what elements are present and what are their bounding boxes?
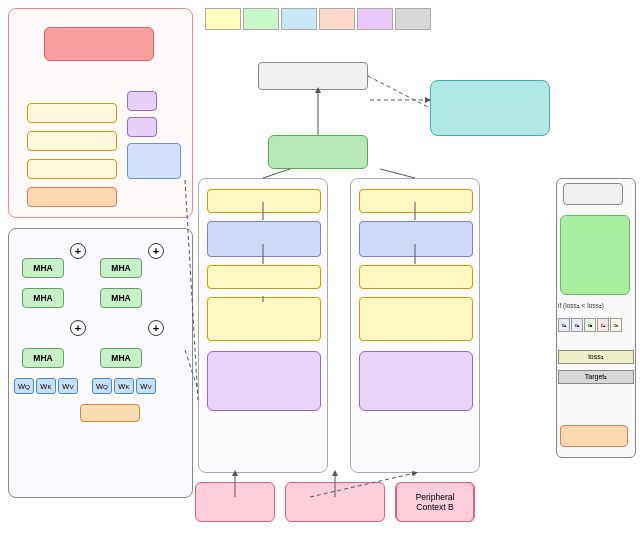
softmax-layer: [258, 62, 368, 90]
legend-item-4: [357, 8, 393, 30]
mha-4: MHA: [100, 258, 142, 278]
gpt2-lm: [560, 215, 630, 295]
peripheral-context-a: [195, 482, 275, 522]
svg-line-3: [380, 169, 415, 178]
spatial-fc2: [127, 117, 157, 137]
gpt2-loss: loss₁: [558, 350, 634, 364]
left-feed-forward: [207, 221, 321, 257]
svg-line-0: [368, 76, 430, 108]
add-circle-4: +: [148, 320, 164, 336]
legend-item-5: [395, 8, 431, 30]
spatial-fc1: [127, 91, 157, 111]
spatial-attention-title: [44, 27, 154, 61]
right-mhsa: [359, 297, 473, 341]
add-circle-3: +: [148, 243, 164, 259]
loss-boxes: c₁ c₂ c₃ c₄ cₙ: [558, 318, 622, 332]
diagram: MHA MHA MHA MHA MHA MHA + + + + WQ WK WV…: [0, 0, 640, 534]
gpt2-target: Target₁: [558, 370, 634, 384]
right-add-norm-2: [359, 265, 473, 289]
guided-fuse: [268, 135, 368, 169]
mha-6: MHA: [100, 348, 142, 368]
w-q1: WQ: [14, 378, 34, 394]
legend-item-2: [281, 8, 317, 30]
spatial-global-pool: [127, 143, 181, 179]
right-feed-forward: [359, 221, 473, 257]
left-add-norm-2: [207, 265, 321, 289]
legend-item-3: [319, 8, 355, 30]
cited-sentence: [285, 482, 385, 522]
time-evolving-augmentation: [430, 80, 550, 136]
svg-line-2: [263, 169, 290, 178]
right-add-norm-1: [359, 189, 473, 213]
softmax-small: [563, 183, 623, 205]
mha-2: MHA: [22, 288, 64, 308]
legend-item-0: [205, 8, 241, 30]
left-mhsa: [207, 297, 321, 341]
layer-norm: [80, 404, 140, 422]
spatial-attention-module: [8, 8, 193, 218]
legend-item-1: [243, 8, 279, 30]
w-k2: WK: [114, 378, 134, 394]
legend: [205, 8, 431, 30]
mha-1: MHA: [22, 258, 64, 278]
peripheral-context-b-fix: PeripheralContext B: [396, 482, 474, 522]
gpt2-input-tensor: [560, 425, 628, 447]
w-v1: WV: [58, 378, 78, 394]
left-cross-text: [207, 351, 321, 411]
spatial-input-tensor: [27, 187, 117, 207]
spatial-conv2: [27, 131, 117, 151]
w-q2: WQ: [92, 378, 112, 394]
transformer-col-left: [198, 178, 328, 473]
spatial-conv1: [27, 103, 117, 123]
spatial-conv3: [27, 159, 117, 179]
w-v2: WV: [136, 378, 156, 394]
left-add-norm-1: [207, 189, 321, 213]
transformer-col-right: [350, 178, 480, 473]
mha-3: MHA: [22, 348, 64, 368]
add-circle-2: +: [70, 320, 86, 336]
right-cross-text: [359, 351, 473, 411]
mha-5: MHA: [100, 288, 142, 308]
w-k1: WK: [36, 378, 56, 394]
add-circle-1: +: [70, 243, 86, 259]
gpt2-condition: if (loss₁ < loss₂): [558, 302, 634, 310]
